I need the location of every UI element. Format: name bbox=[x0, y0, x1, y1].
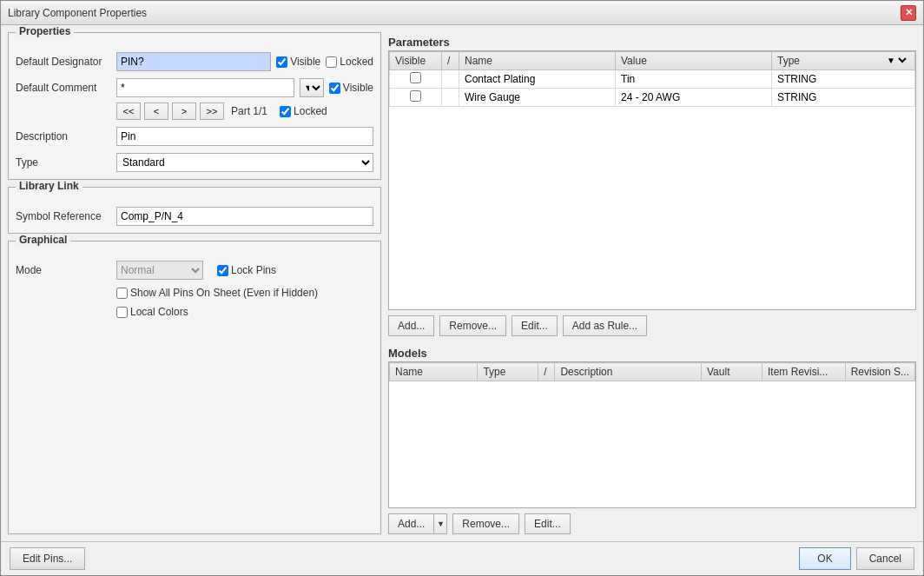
local-colors-label[interactable]: Local Colors bbox=[116, 306, 188, 318]
type-dropdown[interactable]: Standard Input Output I/O Power bbox=[116, 153, 373, 172]
symbol-reference-input[interactable] bbox=[116, 207, 373, 226]
params-visible-cell[interactable] bbox=[390, 70, 442, 89]
dialog: Library Component Properties ✕ Propertie… bbox=[0, 0, 924, 576]
local-colors-row: Local Colors bbox=[116, 306, 373, 318]
params-sort-cell bbox=[442, 70, 459, 89]
params-visible-cell[interactable] bbox=[390, 89, 442, 107]
models-header-row: Name Type / Description Vault Item Revis… bbox=[390, 363, 915, 381]
title-bar: Library Component Properties ✕ bbox=[1, 1, 923, 25]
lock-pins-checkbox[interactable] bbox=[217, 265, 228, 276]
params-sort-cell bbox=[442, 89, 459, 107]
models-col-vault[interactable]: Vault bbox=[702, 363, 762, 381]
visible-checkbox-label[interactable]: Visible bbox=[276, 56, 320, 68]
default-designator-label: Default Designator bbox=[16, 56, 111, 68]
type-row: Type Standard Input Output I/O Power bbox=[16, 153, 373, 172]
right-panel: Parameters Visible / bbox=[388, 32, 916, 534]
type-col-dropdown[interactable]: ▼ bbox=[883, 55, 909, 66]
nav-first-button[interactable]: << bbox=[116, 103, 141, 120]
locked-checkbox-label[interactable]: Locked bbox=[326, 56, 373, 68]
locked2-checkbox[interactable] bbox=[280, 106, 291, 117]
properties-title: Properties bbox=[16, 25, 74, 37]
params-add-button[interactable]: Add... bbox=[388, 315, 434, 336]
models-table: Name Type / Description Vault Item Revis… bbox=[389, 362, 915, 381]
description-label: Description bbox=[16, 130, 111, 142]
col-type[interactable]: Type ▼ bbox=[772, 52, 915, 70]
part-label: Part 1/1 bbox=[231, 105, 267, 117]
models-col-description[interactable]: Description bbox=[555, 363, 702, 381]
default-comment-input[interactable] bbox=[116, 78, 294, 97]
library-link-title: Library Link bbox=[16, 180, 82, 192]
description-input[interactable] bbox=[116, 127, 373, 146]
locked-checkbox[interactable] bbox=[326, 56, 337, 68]
params-remove-button[interactable]: Remove... bbox=[439, 315, 506, 336]
mode-dropdown[interactable]: Normal De Morgan IEEE bbox=[116, 261, 203, 280]
graphical-group: Graphical Mode Normal De Morgan IEEE Loc… bbox=[8, 241, 381, 534]
nav-last-button[interactable]: >> bbox=[200, 103, 224, 120]
library-link-group: Library Link Symbol Reference bbox=[8, 187, 381, 234]
show-all-pins-row: Show All Pins On Sheet (Even if Hidden) bbox=[116, 287, 373, 299]
default-designator-input[interactable] bbox=[116, 52, 271, 71]
nav-row: << < > >> Part 1/1 Locked bbox=[116, 103, 373, 120]
models-col-name[interactable]: Name bbox=[390, 363, 478, 381]
edit-pins-button[interactable]: Edit Pins... bbox=[10, 547, 85, 570]
params-table-row[interactable]: Contact Plating Tin STRING bbox=[390, 70, 915, 89]
params-add-as-rule-button[interactable]: Add as Rule... bbox=[563, 315, 647, 336]
params-name-cell: Contact Plating bbox=[459, 70, 616, 89]
dialog-body: Properties Default Designator Visible Lo… bbox=[1, 25, 923, 541]
properties-group: Properties Default Designator Visible Lo… bbox=[8, 32, 381, 180]
visible2-checkbox-label[interactable]: Visible bbox=[329, 82, 373, 94]
nav-next-button[interactable]: > bbox=[172, 103, 196, 120]
left-panel: Properties Default Designator Visible Lo… bbox=[8, 32, 381, 534]
models-btn-row: Add... ▼ Remove... Edit... bbox=[388, 513, 916, 534]
models-remove-button[interactable]: Remove... bbox=[452, 513, 519, 534]
params-table-row[interactable]: Wire Gauge 24 - 20 AWG STRING bbox=[390, 89, 915, 107]
models-col-item-revisi[interactable]: Item Revisi... bbox=[762, 363, 845, 381]
show-all-pins-checkbox[interactable] bbox=[116, 288, 128, 299]
graphical-title: Graphical bbox=[16, 234, 70, 246]
models-col-revision-s[interactable]: Revision S... bbox=[845, 363, 914, 381]
models-add-dropdown-button[interactable]: ▼ bbox=[433, 513, 447, 534]
col-name[interactable]: Name bbox=[459, 52, 616, 70]
params-row-visible-checkbox[interactable] bbox=[410, 72, 421, 83]
default-comment-row: Default Comment ▼ Visible bbox=[16, 78, 373, 97]
nav-prev-button[interactable]: < bbox=[144, 103, 168, 120]
ok-button[interactable]: OK bbox=[799, 547, 850, 570]
params-header-row: Visible / Name Value bbox=[390, 52, 915, 70]
models-table-container[interactable]: Name Type / Description Vault Item Revis… bbox=[388, 361, 916, 508]
symbol-reference-label: Symbol Reference bbox=[16, 210, 111, 222]
mode-row: Mode Normal De Morgan IEEE Lock Pins bbox=[16, 261, 373, 280]
default-comment-dropdown[interactable]: ▼ bbox=[300, 78, 324, 97]
show-all-pins-label[interactable]: Show All Pins On Sheet (Even if Hidden) bbox=[116, 287, 318, 299]
models-col-type[interactable]: Type bbox=[478, 363, 538, 381]
dialog-footer: Edit Pins... OK Cancel bbox=[1, 541, 923, 575]
description-row: Description bbox=[16, 127, 373, 146]
params-value-cell: 24 - 20 AWG bbox=[616, 89, 772, 107]
default-designator-row: Default Designator Visible Locked bbox=[16, 52, 373, 71]
visible-checkbox[interactable] bbox=[276, 56, 287, 68]
models-add-button[interactable]: Add... bbox=[388, 513, 433, 534]
models-section: Models Name Type / Description Vault Ite… bbox=[388, 343, 916, 534]
col-visible[interactable]: Visible bbox=[390, 52, 442, 70]
locked2-checkbox-label[interactable]: Locked bbox=[280, 105, 327, 117]
cancel-button[interactable]: Cancel bbox=[856, 547, 914, 570]
params-edit-button[interactable]: Edit... bbox=[512, 315, 558, 336]
col-sort[interactable]: / bbox=[442, 52, 459, 70]
params-row-visible-checkbox[interactable] bbox=[410, 90, 421, 102]
models-edit-button[interactable]: Edit... bbox=[525, 513, 571, 534]
type-label: Type bbox=[16, 156, 111, 169]
params-name-cell: Wire Gauge bbox=[459, 89, 616, 107]
params-type-cell: STRING bbox=[772, 70, 915, 89]
lock-pins-label[interactable]: Lock Pins bbox=[217, 264, 276, 276]
parameters-title: Parameters bbox=[388, 32, 916, 50]
parameters-btn-row: Add... Remove... Edit... Add as Rule... bbox=[388, 315, 916, 336]
footer-right: OK Cancel bbox=[799, 547, 914, 570]
col-value[interactable]: Value bbox=[616, 52, 772, 70]
parameters-table-container[interactable]: Visible / Name Value bbox=[388, 50, 916, 310]
parameters-table: Visible / Name Value bbox=[389, 51, 915, 107]
dialog-title: Library Component Properties bbox=[8, 7, 147, 19]
local-colors-checkbox[interactable] bbox=[116, 307, 128, 318]
visible2-checkbox[interactable] bbox=[329, 83, 340, 94]
close-button[interactable]: ✕ bbox=[901, 5, 916, 21]
models-col-sort[interactable]: / bbox=[538, 363, 555, 381]
params-value-cell: Tin bbox=[616, 70, 772, 89]
